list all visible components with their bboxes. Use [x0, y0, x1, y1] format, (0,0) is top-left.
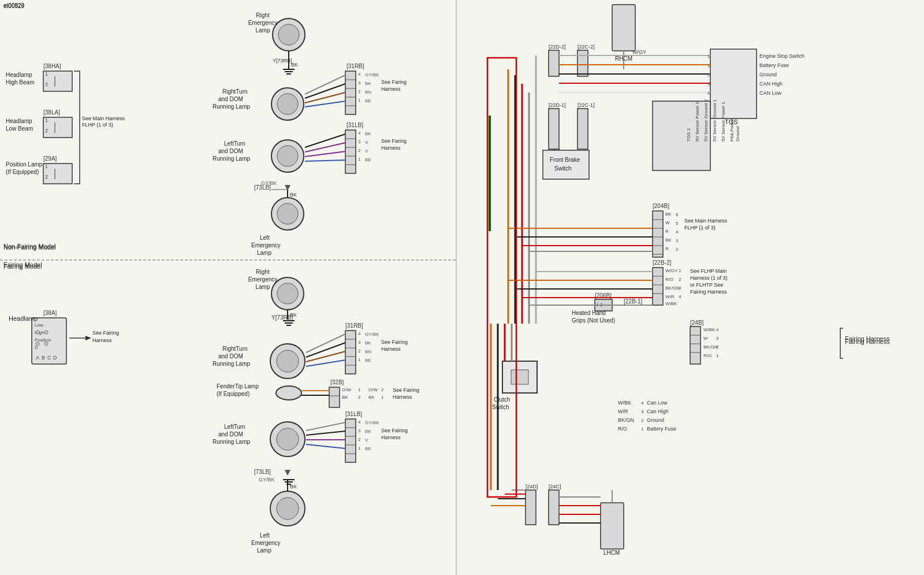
svg-point-132: [277, 350, 299, 372]
svg-text:[38HA]: [38HA]: [43, 63, 61, 69]
svg-point-202: [277, 498, 299, 520]
svg-text:R: R: [665, 246, 669, 251]
svg-text:6: 6: [676, 212, 679, 217]
svg-text:5: 5: [676, 221, 679, 226]
svg-point-120: [271, 277, 304, 310]
svg-text:BN: BN: [365, 349, 371, 354]
svg-text:[22B-1]: [22B-1]: [624, 298, 642, 305]
svg-line-85: [305, 151, 345, 157]
svg-text:Emergency: Emergency: [248, 20, 278, 26]
svg-text:Lamp: Lamp: [255, 284, 270, 290]
svg-text:1: 1: [716, 353, 719, 358]
svg-text:2: 2: [679, 277, 681, 282]
svg-text:W: W: [665, 220, 670, 225]
svg-text:Headlamp: Headlamp: [6, 118, 32, 124]
svg-text:5V Sensor Power 1: 5V Sensor Power 1: [721, 102, 726, 142]
svg-text:R: R: [665, 229, 669, 234]
svg-text:D: D: [35, 345, 38, 350]
svg-rect-241: [549, 109, 559, 149]
svg-text:BE: BE: [365, 446, 371, 451]
svg-text:Headlamp: Headlamp: [9, 315, 38, 322]
svg-text:2: 2: [358, 148, 361, 153]
svg-rect-333: [526, 490, 536, 525]
svg-text:Ground: Ground: [735, 126, 740, 142]
diagram-container: et00829 Non-Fairing Model Fairing Model …: [0, 0, 924, 575]
svg-text:Engine Stop Switch: Engine Stop Switch: [759, 53, 804, 59]
svg-text:BK: BK: [365, 429, 371, 434]
svg-text:FenderTip Lamp: FenderTip Lamp: [217, 383, 259, 389]
svg-text:Emergency: Emergency: [251, 242, 281, 248]
svg-text:Harness: Harness: [393, 394, 412, 400]
svg-point-65: [277, 146, 298, 166]
svg-line-193: [306, 422, 345, 431]
svg-rect-362: [487, 58, 516, 497]
svg-text:4: 4: [679, 294, 681, 299]
svg-line-152: [306, 351, 345, 362]
svg-text:See Fairing: See Fairing: [381, 339, 408, 345]
svg-rect-334: [549, 490, 559, 525]
svg-line-151: [306, 343, 345, 357]
svg-text:See Faring: See Faring: [381, 138, 407, 144]
svg-rect-19: [43, 164, 72, 184]
svg-text:[24C]: [24C]: [549, 484, 561, 489]
svg-rect-242: [578, 109, 588, 149]
svg-text:CAN High: CAN High: [759, 81, 783, 87]
svg-text:Harness: Harness: [381, 86, 401, 92]
svg-text:and DOM: and DOM: [218, 353, 243, 359]
svg-point-90: [271, 198, 304, 230]
svg-text:Low Beam: Low Beam: [6, 125, 33, 132]
svg-text:(If Equipped): (If Equipped): [217, 391, 249, 397]
svg-line-86: [305, 160, 345, 161]
svg-text:1: 1: [707, 54, 710, 59]
svg-text:1: 1: [45, 71, 48, 77]
svg-marker-100: [285, 185, 290, 191]
svg-text:4: 4: [358, 331, 361, 336]
svg-text:and DOM: and DOM: [218, 148, 243, 154]
svg-text:Position Lamp: Position Lamp: [6, 161, 43, 168]
svg-text:[73LB]: [73LB]: [254, 469, 271, 475]
svg-rect-217: [710, 49, 757, 118]
svg-text:W/BK: W/BK: [665, 301, 677, 306]
svg-text:BK/GN: BK/GN: [703, 344, 718, 350]
svg-text:Running Lamp: Running Lamp: [213, 103, 250, 110]
svg-text:R/O: R/O: [618, 426, 627, 432]
svg-text:5V Sensor Ground 1: 5V Sensor Ground 1: [712, 99, 717, 142]
svg-text:BK: BK: [290, 192, 297, 198]
svg-text:Harness: Harness: [381, 145, 401, 151]
svg-point-175: [277, 428, 299, 450]
svg-text:See FLHP Main: See FLHP Main: [690, 268, 726, 274]
svg-text:BK: BK: [368, 395, 375, 400]
svg-text:[32B]: [32B]: [330, 379, 344, 385]
svg-text:High Beam: High Beam: [6, 79, 34, 86]
svg-rect-221: [549, 50, 559, 76]
svg-point-91: [277, 203, 298, 224]
svg-text:2: 2: [358, 348, 361, 354]
svg-text:W/R: W/R: [665, 294, 675, 299]
svg-text:[22C-2]: [22C-2]: [578, 44, 595, 50]
svg-text:3: 3: [679, 285, 681, 291]
svg-text:V: V: [365, 140, 368, 145]
svg-text:4: 4: [358, 420, 361, 425]
svg-text:2: 2: [707, 72, 710, 77]
svg-text:1  2: 1 2: [596, 302, 603, 307]
svg-text:[38A]: [38A]: [43, 310, 57, 316]
svg-text:See Faring: See Faring: [381, 79, 407, 85]
svg-text:GY/BK: GY/BK: [365, 72, 379, 77]
svg-text:D: D: [53, 355, 57, 361]
svg-text:TGS: TGS: [725, 118, 738, 125]
fairing-label: Fairing Model: [3, 263, 42, 270]
svg-rect-45: [345, 71, 356, 114]
svg-text:3: 3: [707, 81, 710, 87]
svg-text:1: 1: [45, 117, 48, 123]
svg-point-64: [271, 140, 304, 172]
svg-text:Running Lamp: Running Lamp: [213, 361, 250, 367]
svg-text:[24D]: [24D]: [526, 484, 538, 489]
svg-text:W/GY: W/GY: [632, 49, 646, 55]
svg-rect-262: [653, 211, 663, 257]
svg-text:P6A Power: P6A Power: [729, 118, 735, 142]
svg-text:See Main Harness: See Main Harness: [82, 116, 125, 121]
svg-text:Lamp: Lamp: [257, 250, 271, 256]
svg-text:BK: BK: [342, 395, 348, 400]
svg-text:BK/GN: BK/GN: [618, 417, 634, 423]
svg-text:CAN Low: CAN Low: [759, 90, 782, 96]
